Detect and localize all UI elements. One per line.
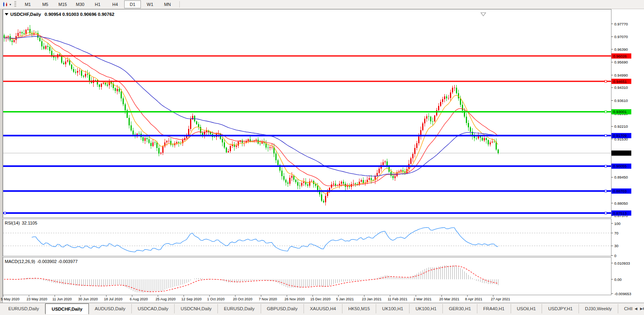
chart-type-icon[interactable]: ▾ bbox=[1, 1, 12, 8]
timeframe-button-m15[interactable]: M15 bbox=[54, 0, 71, 8]
line-handle[interactable] bbox=[4, 212, 6, 214]
price-axis-label: 0.93610 bbox=[614, 98, 628, 103]
timeframe-button-m1[interactable]: M1 bbox=[19, 0, 36, 8]
tab-scroll-left-button[interactable]: ◀ bbox=[634, 307, 637, 311]
tab-usdjpy-h1[interactable]: USDJPY,H1 bbox=[542, 304, 579, 313]
tab-usdchf-daily[interactable]: USDCHF,Daily bbox=[45, 303, 88, 314]
tab-xauusd-h4[interactable]: XAUUSD,H4 bbox=[304, 304, 342, 313]
mini-candles-icon bbox=[2, 2, 9, 7]
line-handle[interactable] bbox=[605, 190, 607, 192]
tab-audusd-daily[interactable]: AUDUSD,Daily bbox=[89, 304, 132, 313]
time-axis-label: 7 Nov 2020 bbox=[259, 297, 277, 301]
time-axis-label: 18 Jul 2020 bbox=[104, 297, 123, 301]
level-price-label: 0.90055 bbox=[613, 164, 627, 168]
tab-hk50-m15[interactable]: HK50,M15 bbox=[342, 304, 376, 313]
timeframe-button-w1[interactable]: W1 bbox=[142, 0, 158, 8]
current-price-label: 0.90762 bbox=[613, 151, 627, 155]
time-axis-label: 27 Apr 2021 bbox=[491, 297, 510, 301]
tab-uk100-h1[interactable]: UK100,H1 bbox=[409, 304, 443, 313]
price-axis-label: 0.88050 bbox=[614, 201, 628, 206]
chevron-down-icon: ▾ bbox=[10, 3, 11, 6]
time-axis-label: 26 Nov 2020 bbox=[285, 297, 305, 301]
toolbar-separator bbox=[179, 1, 180, 8]
chart-tabs: EURUSD,DailyUSDCHF,DailyAUDUSD,DailyUSDC… bbox=[2, 303, 644, 313]
line-handle[interactable] bbox=[605, 212, 607, 214]
time-axis-label: 2 Mar 2021 bbox=[413, 297, 432, 301]
time-axis-label: 25 Aug 2020 bbox=[156, 297, 176, 301]
tab-usdcad-daily[interactable]: USDCAD,Daily bbox=[132, 304, 175, 313]
rsi-axis-label: 70 bbox=[614, 231, 619, 235]
rsi-axis-label: 100 bbox=[614, 221, 621, 226]
tab-eurusd-daily[interactable]: EURUSD,Daily bbox=[218, 304, 261, 313]
price-axis-label: 0.95690 bbox=[614, 60, 628, 64]
tab-usoil-h1[interactable]: USOil,H1 bbox=[511, 304, 542, 313]
macd-axis-label: 0.00 bbox=[614, 277, 622, 282]
level-price-label: 0.87513 bbox=[613, 211, 627, 215]
price-axis-label: 0.94990 bbox=[614, 73, 628, 77]
time-axis-label: 1 Oct 2020 bbox=[207, 297, 225, 301]
level-price-label: 0.91709 bbox=[613, 133, 627, 138]
time-axis-label: 20 Mar 2021 bbox=[439, 297, 459, 301]
tab-dj30-weekly[interactable]: DJ30,Weekly bbox=[579, 304, 618, 313]
time-axis-label: 11 Jun 2020 bbox=[52, 297, 72, 301]
tab-usdcnh-daily[interactable]: USDCNH,Daily bbox=[175, 304, 218, 313]
chart-title: USDCHF,Daily0.90954 0.91003 0.90696 0.90… bbox=[10, 12, 114, 17]
time-axis-label: 12 Sep 2020 bbox=[181, 297, 202, 301]
price-axis-label: 0.97770 bbox=[614, 22, 628, 26]
line-handle[interactable] bbox=[605, 134, 607, 136]
chart-canvas: 0.977700.970700.963900.956900.949900.943… bbox=[0, 0, 644, 315]
macd-axis-label: -0.009653 bbox=[614, 292, 631, 296]
timeframe-button-m5[interactable]: M5 bbox=[37, 0, 54, 8]
tab-scroll-arrows: ◀ ▶ bbox=[632, 307, 643, 311]
chart-tab-bar: EURUSD,DailyUSDCHF,DailyAUDUSD,DailyUSDC… bbox=[0, 303, 644, 315]
time-axis-label: 15 Dec 2020 bbox=[310, 297, 331, 301]
price-axis-label: 0.94310 bbox=[614, 85, 628, 90]
level-price-label: 0.96026 bbox=[613, 54, 627, 58]
toolbar-grip[interactable] bbox=[14, 1, 16, 8]
time-axis-label: 6 Aug 2020 bbox=[130, 297, 148, 301]
line-handle[interactable] bbox=[605, 111, 607, 113]
time-axis-label: 30 Jun 2020 bbox=[78, 297, 98, 301]
rsi-axis-label: 30 bbox=[614, 244, 619, 248]
timeframe-button-h4[interactable]: H4 bbox=[107, 0, 123, 8]
tab-fra40-h1[interactable]: FRA40,H1 bbox=[477, 304, 511, 313]
rsi-axis-label: 0 bbox=[614, 254, 616, 258]
price-axis-label: 0.97070 bbox=[614, 35, 628, 39]
timeframe-button-mn[interactable]: MN bbox=[159, 0, 176, 8]
macd-axis-label: 0.010933 bbox=[614, 261, 630, 265]
timeframes-toolbar: ▾ M1M5M15M30H1H4D1W1MN bbox=[0, 0, 644, 9]
macd-label: MACD(12,26,9)-0.003902 -0.003977 bbox=[5, 259, 78, 264]
level-price-label: 0.94651 bbox=[613, 79, 627, 84]
time-axis-label: 5 Jan 2021 bbox=[336, 297, 354, 301]
timeframe-button-d1[interactable]: D1 bbox=[124, 0, 141, 8]
time-axis-label: 8 Apr 2021 bbox=[465, 297, 483, 301]
tab-uk100-h1[interactable]: UK100,H1 bbox=[376, 304, 409, 313]
tab-eurusd-daily[interactable]: EURUSD,Daily bbox=[2, 304, 45, 313]
time-axis-label: 11 Feb 2021 bbox=[388, 297, 408, 301]
time-axis-label: 23 Jan 2021 bbox=[362, 297, 382, 301]
time-axis-label: 20 Oct 2020 bbox=[233, 297, 252, 301]
tab-ger30-h1[interactable]: GER30,H1 bbox=[443, 304, 477, 313]
time-axis-label: 23 May 2020 bbox=[27, 297, 47, 301]
line-handle[interactable] bbox=[605, 165, 607, 167]
level-price-label: 0.88703 bbox=[613, 189, 627, 193]
timeframe-buttons: M1M5M15M30H1H4D1W1MN bbox=[19, 0, 176, 8]
tab-gbpusd-daily[interactable]: GBPUSD,Daily bbox=[261, 304, 304, 313]
price-axis-label: 0.96390 bbox=[614, 47, 628, 52]
level-price-label: 0.93001 bbox=[613, 109, 627, 114]
tab-scroll-right-button[interactable]: ▶ bbox=[640, 307, 643, 311]
timeframe-button-h1[interactable]: H1 bbox=[89, 0, 106, 8]
price-axis-label: 0.92210 bbox=[614, 124, 628, 129]
price-axis-label: 0.89450 bbox=[614, 175, 628, 179]
timeframe-button-m30[interactable]: M30 bbox=[72, 0, 88, 8]
line-handle[interactable] bbox=[605, 81, 607, 83]
time-axis-label: 5 May 2020 bbox=[1, 297, 19, 301]
